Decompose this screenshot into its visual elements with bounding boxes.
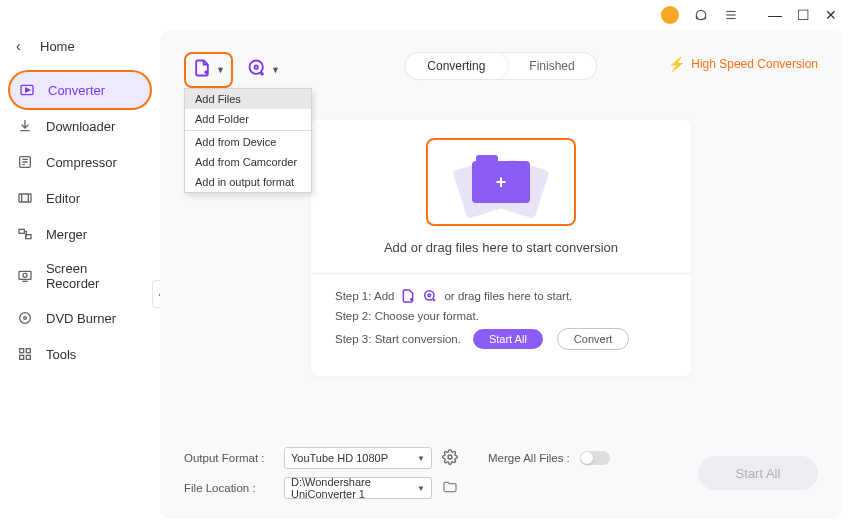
tab-converting[interactable]: Converting <box>405 53 507 79</box>
svg-rect-17 <box>20 349 24 353</box>
dropdown-item-add-files[interactable]: Add Files <box>185 89 311 109</box>
tab-finished[interactable]: Finished <box>507 53 596 79</box>
dropzone-text: Add or drag files here to start conversi… <box>335 240 667 255</box>
back-icon: ‹ <box>16 38 30 54</box>
svg-rect-19 <box>20 355 24 359</box>
user-avatar[interactable] <box>661 6 679 24</box>
footer: Output Format : YouTube HD 1080P ▼ Merge… <box>184 437 818 499</box>
step-2: Step 2: Choose your format. <box>335 310 667 322</box>
add-files-dropdown: Add Files Add Folder Add from Device Add… <box>184 88 312 193</box>
sidebar-item-label: DVD Burner <box>46 311 116 326</box>
compressor-icon <box>16 153 34 171</box>
convert-pill[interactable]: Convert <box>557 328 630 350</box>
home-label: Home <box>40 39 75 54</box>
dropzone-hero[interactable]: + <box>426 138 576 226</box>
menu-icon[interactable] <box>723 7 739 23</box>
add-dvd-button[interactable]: ▼ <box>241 54 286 86</box>
sidebar-item-label: Converter <box>48 83 105 98</box>
dropdown-item-add-from-device[interactable]: Add from Device <box>185 132 311 152</box>
svg-rect-18 <box>26 349 30 353</box>
sidebar-item-screen-recorder[interactable]: Screen Recorder <box>0 252 160 300</box>
chevron-down-icon: ▼ <box>216 65 225 75</box>
titlebar: — ☐ ✕ <box>0 0 850 30</box>
sidebar-item-label: Tools <box>46 347 76 362</box>
sidebar-item-label: Editor <box>46 191 80 206</box>
toolbar: ▼ ▼ Add Files Add Folder Add from Device… <box>184 50 818 90</box>
file-location-select[interactable]: D:\Wondershare UniConverter 1 ▼ <box>284 477 432 499</box>
sidebar-item-label: Compressor <box>46 155 117 170</box>
high-speed-conversion-button[interactable]: ⚡ High Speed Conversion <box>668 56 818 72</box>
chevron-down-icon: ▼ <box>417 484 425 493</box>
support-icon[interactable] <box>693 7 709 23</box>
sidebar-item-label: Downloader <box>46 119 115 134</box>
sidebar-item-dvd-burner[interactable]: DVD Burner <box>0 300 160 336</box>
step-3: Step 3: Start conversion. Start All Conv… <box>335 328 667 350</box>
start-all-button[interactable]: Start All <box>698 456 818 490</box>
tab-switch: Converting Finished <box>404 52 597 80</box>
sidebar-item-compressor[interactable]: Compressor <box>0 144 160 180</box>
content-area: ▼ ▼ Add Files Add Folder Add from Device… <box>160 30 842 519</box>
svg-point-15 <box>20 313 31 324</box>
svg-point-29 <box>425 291 434 300</box>
home-button[interactable]: ‹ Home <box>0 30 160 62</box>
output-format-label: Output Format : <box>184 452 274 464</box>
svg-rect-10 <box>19 229 24 233</box>
sidebar-item-label: Screen Recorder <box>46 261 144 291</box>
step-1: Step 1: Add or drag files here to start. <box>335 288 667 304</box>
start-all-pill[interactable]: Start All <box>473 329 543 349</box>
dropdown-item-add-folder[interactable]: Add Folder <box>185 109 311 129</box>
open-folder-icon[interactable] <box>442 479 458 498</box>
add-dvd-icon <box>247 58 267 82</box>
chevron-down-icon: ▼ <box>417 454 425 463</box>
chevron-down-icon: ▼ <box>271 65 280 75</box>
settings-icon[interactable] <box>442 449 458 468</box>
bolt-icon: ⚡ <box>668 56 685 72</box>
dropzone-card: + Add or drag files here to start conver… <box>311 120 691 376</box>
svg-rect-12 <box>19 271 31 279</box>
sidebar-item-merger[interactable]: Merger <box>0 216 160 252</box>
editor-icon <box>16 189 34 207</box>
hsc-label: High Speed Conversion <box>691 57 818 71</box>
output-format-select[interactable]: YouTube HD 1080P ▼ <box>284 447 432 469</box>
svg-marker-5 <box>26 88 30 92</box>
sidebar: ‹ Home Converter Downloader Compressor E… <box>0 30 160 527</box>
svg-rect-7 <box>19 194 31 202</box>
dvd-burner-icon <box>16 309 34 327</box>
merge-label: Merge All Files : <box>488 452 570 464</box>
dropdown-separator <box>185 130 311 131</box>
merger-icon <box>16 225 34 243</box>
dropdown-item-add-from-camcorder[interactable]: Add from Camcorder <box>185 152 311 172</box>
sidebar-item-label: Merger <box>46 227 87 242</box>
svg-point-16 <box>24 317 27 320</box>
screen-recorder-icon <box>16 267 34 285</box>
minimize-button[interactable]: — <box>768 7 782 23</box>
svg-point-24 <box>254 66 257 69</box>
divider <box>311 273 691 274</box>
add-dvd-icon[interactable] <box>422 288 438 304</box>
svg-point-23 <box>249 61 262 74</box>
svg-point-0 <box>696 10 705 19</box>
folder-illustration: + <box>451 153 551 211</box>
merge-toggle[interactable] <box>580 451 610 465</box>
sidebar-item-downloader[interactable]: Downloader <box>0 108 160 144</box>
sidebar-item-tools[interactable]: Tools <box>0 336 160 372</box>
add-files-button[interactable]: ▼ <box>184 52 233 88</box>
downloader-icon <box>16 117 34 135</box>
dropdown-item-add-in-output-format[interactable]: Add in output format <box>185 172 311 192</box>
svg-point-30 <box>428 294 431 297</box>
sidebar-item-editor[interactable]: Editor <box>0 180 160 216</box>
svg-point-13 <box>23 273 27 277</box>
close-button[interactable]: ✕ <box>824 7 838 23</box>
plus-icon: + <box>496 172 507 193</box>
file-location-label: File Location : <box>184 482 274 494</box>
add-file-icon[interactable] <box>400 288 416 304</box>
add-file-icon <box>192 58 212 82</box>
sidebar-item-converter[interactable]: Converter <box>10 72 150 108</box>
svg-point-33 <box>448 455 452 459</box>
tools-icon <box>16 345 34 363</box>
svg-rect-20 <box>26 355 30 359</box>
maximize-button[interactable]: ☐ <box>796 7 810 23</box>
converter-icon <box>18 81 36 99</box>
